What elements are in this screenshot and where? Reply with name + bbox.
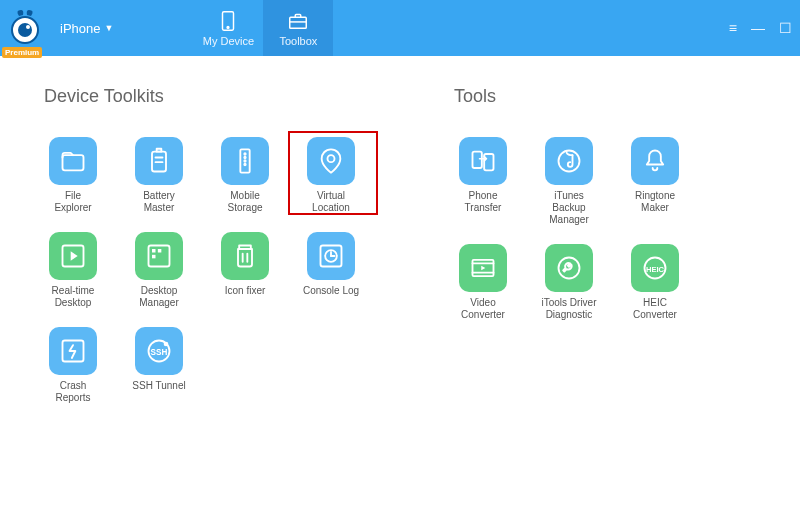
svg-rect-22	[158, 249, 162, 253]
menu-icon[interactable]: ≡	[729, 20, 737, 36]
toolkit-heic-converter[interactable]: HEICHEIC Converter	[626, 244, 684, 321]
tab-toolbox[interactable]: Toolbox	[263, 0, 333, 56]
toolkit-label: iTunes Backup Manager	[540, 190, 598, 226]
desktop-manager-icon	[135, 232, 183, 280]
icon-fixer-icon	[221, 232, 269, 280]
toolkit-label: Battery Master	[130, 190, 188, 214]
toolkit-label: Icon fixer	[225, 285, 266, 297]
toolkit-label: iTools Driver Diagnostic	[541, 297, 596, 321]
maximize-icon[interactable]: ☐	[779, 20, 792, 36]
ringtone-maker-icon	[631, 137, 679, 185]
svg-text:HEIC: HEIC	[646, 265, 665, 274]
toolkit-label: Ringtone Maker	[626, 190, 684, 214]
toolkit-file-explorer[interactable]: File Explorer	[44, 137, 102, 214]
heic-converter-icon: HEIC	[631, 244, 679, 292]
svg-point-17	[328, 155, 335, 162]
toolkit-label: Console Log	[303, 285, 359, 297]
tab-label: My Device	[203, 35, 254, 47]
svg-point-37	[559, 151, 580, 172]
device-toolkits-grid: File ExplorerBattery MasterMobile Storag…	[44, 137, 414, 404]
svg-rect-20	[149, 246, 170, 267]
toolkit-virtual-location[interactable]: Virtual Location	[302, 137, 360, 214]
chevron-down-icon: ▼	[104, 23, 113, 33]
toolkit-desktop-manager[interactable]: Desktop Manager	[130, 232, 188, 309]
toolkit-label: File Explorer	[54, 190, 91, 214]
tools-grid: Phone TransferiTunes Backup ManagerRingt…	[454, 137, 744, 321]
toolkit-real-time-desktop[interactable]: Real-time Desktop	[44, 232, 102, 309]
svg-rect-35	[473, 152, 482, 168]
tab-my-device[interactable]: My Device	[193, 0, 263, 56]
toolkit-itools-driver-diagnostic[interactable]: iTools Driver Diagnostic	[540, 244, 598, 321]
device-label: iPhone	[60, 21, 100, 36]
svg-point-34	[164, 342, 169, 347]
file-explorer-icon	[49, 137, 97, 185]
toolkit-console-log[interactable]: Console Log	[302, 232, 360, 309]
toolkit-label: Video Converter	[461, 297, 505, 321]
toolkit-label: Desktop Manager	[139, 285, 178, 309]
toolbox-icon	[287, 10, 309, 32]
svg-point-15	[244, 160, 245, 161]
page: Device Toolkits File ExplorerBattery Mas…	[0, 56, 800, 404]
tab-label: Toolbox	[279, 35, 317, 47]
section-tools: Tools Phone TransferiTunes Backup Manage…	[454, 86, 744, 404]
svg-rect-9	[157, 149, 162, 152]
toolkit-ssh-tunnel[interactable]: SSHSSH Tunnel	[130, 327, 188, 404]
svg-rect-21	[152, 249, 156, 253]
real-time-desktop-icon	[49, 232, 97, 280]
toolkit-label: SSH Tunnel	[132, 380, 185, 392]
toolkit-mobile-storage[interactable]: Mobile Storage	[216, 137, 274, 214]
toolkit-label: HEIC Converter	[626, 297, 684, 321]
crash-reports-icon	[49, 327, 97, 375]
svg-point-1	[18, 23, 32, 37]
ssh-tunnel-icon: SSH	[135, 327, 183, 375]
section-title: Device Toolkits	[44, 86, 414, 107]
premium-badge: Premium	[2, 47, 42, 58]
phone-transfer-icon	[459, 137, 507, 185]
toolkit-video-converter[interactable]: Video Converter	[454, 244, 512, 321]
toolkit-label: Mobile Storage	[216, 190, 274, 214]
svg-rect-36	[484, 154, 493, 170]
itools-driver-diagnostic-icon	[545, 244, 593, 292]
main-tabs: My Device Toolbox	[193, 0, 333, 56]
toolkit-crash-reports[interactable]: Crash Reports	[44, 327, 102, 404]
svg-point-16	[244, 164, 245, 165]
svg-point-14	[244, 157, 245, 158]
toolkit-ringtone-maker[interactable]: Ringtone Maker	[626, 137, 684, 226]
svg-rect-23	[152, 255, 156, 259]
section-device-toolkits: Device Toolkits File ExplorerBattery Mas…	[44, 86, 414, 404]
svg-point-2	[26, 25, 30, 29]
toolkit-label: Phone Transfer	[454, 190, 512, 214]
svg-point-4	[227, 26, 229, 28]
svg-rect-5	[290, 17, 307, 28]
toolkit-label: Virtual Location	[302, 190, 360, 214]
svg-marker-41	[481, 266, 485, 271]
section-title: Tools	[454, 86, 744, 107]
svg-point-13	[244, 153, 245, 154]
toolkit-label: Real-time Desktop	[52, 285, 95, 309]
minimize-icon[interactable]: ―	[751, 20, 765, 36]
app-logo: Premium	[0, 0, 50, 56]
toolkit-battery-master[interactable]: Battery Master	[130, 137, 188, 214]
mobile-storage-icon	[221, 137, 269, 185]
device-selector[interactable]: iPhone ▼	[50, 0, 123, 56]
toolkit-itunes-backup-manager[interactable]: iTunes Backup Manager	[540, 137, 598, 226]
toolkit-icon-fixer[interactable]: Icon fixer	[216, 232, 274, 309]
svg-marker-19	[71, 251, 78, 260]
battery-master-icon	[135, 137, 183, 185]
window-controls: ≡ ― ☐	[721, 0, 800, 56]
toolkit-phone-transfer[interactable]: Phone Transfer	[454, 137, 512, 226]
header: Premium iPhone ▼ My Device Toolbox ≡ ― ☐	[0, 0, 800, 56]
svg-point-42	[559, 258, 580, 279]
itunes-backup-manager-icon	[545, 137, 593, 185]
toolkit-label: Crash Reports	[44, 380, 102, 404]
virtual-location-icon	[307, 137, 355, 185]
console-log-icon	[307, 232, 355, 280]
svg-text:SSH: SSH	[151, 348, 168, 357]
video-converter-icon	[459, 244, 507, 292]
svg-rect-7	[63, 155, 84, 170]
tablet-icon	[217, 10, 239, 32]
